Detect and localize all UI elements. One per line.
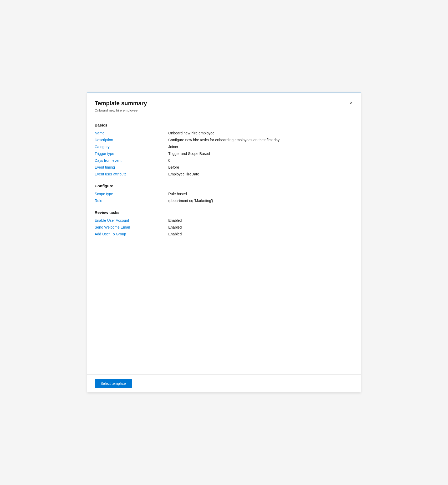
field-row-event-timing: Event timing Before bbox=[95, 165, 353, 169]
field-row-scope-type: Scope type Rule based bbox=[95, 192, 353, 196]
template-summary-panel: Template summary Onboard new hire employ… bbox=[87, 93, 361, 392]
field-label-add-user-to-group: Add User To Group bbox=[95, 232, 168, 236]
field-label-trigger-type: Trigger type bbox=[95, 151, 168, 156]
basics-heading: Basics bbox=[95, 123, 353, 127]
field-label-name: Name bbox=[95, 131, 168, 135]
field-row-trigger-type: Trigger type Trigger and Scope Based bbox=[95, 151, 353, 156]
field-value-scope-type: Rule based bbox=[168, 192, 353, 196]
field-row-days-from-event: Days from event 0 bbox=[95, 158, 353, 163]
field-value-event-user-attribute: EmployeeHireDate bbox=[168, 172, 353, 176]
field-label-description: Description bbox=[95, 138, 168, 142]
field-label-category: Category bbox=[95, 145, 168, 149]
panel-body: Basics Name Onboard new hire employee De… bbox=[87, 117, 361, 374]
field-label-send-welcome-email: Send Welcome Email bbox=[95, 225, 168, 229]
select-template-button[interactable]: Select template bbox=[95, 379, 132, 388]
field-value-days-from-event: 0 bbox=[168, 158, 353, 163]
field-value-category: Joiner bbox=[168, 145, 353, 149]
close-button[interactable]: × bbox=[347, 99, 355, 107]
review-tasks-section: Review tasks Enable User Account Enabled… bbox=[95, 210, 353, 236]
field-value-event-timing: Before bbox=[168, 165, 353, 169]
panel-subtitle: Onboard new hire employee bbox=[95, 108, 353, 112]
field-row-description: Description Configure new hire tasks for… bbox=[95, 138, 353, 142]
field-row-name: Name Onboard new hire employee bbox=[95, 131, 353, 135]
close-icon: × bbox=[350, 100, 353, 106]
field-value-rule: (department eq 'Marketing') bbox=[168, 199, 353, 203]
field-label-enable-user-account: Enable User Account bbox=[95, 218, 168, 223]
field-value-send-welcome-email: Enabled bbox=[168, 225, 353, 229]
field-row-event-user-attribute: Event user attribute EmployeeHireDate bbox=[95, 172, 353, 176]
field-label-scope-type: Scope type bbox=[95, 192, 168, 196]
field-value-description: Configure new hire tasks for onboarding … bbox=[168, 138, 353, 142]
field-row-enable-user-account: Enable User Account Enabled bbox=[95, 218, 353, 223]
field-label-event-timing: Event timing bbox=[95, 165, 168, 169]
field-row-add-user-to-group: Add User To Group Enabled bbox=[95, 232, 353, 236]
field-value-enable-user-account: Enabled bbox=[168, 218, 353, 223]
field-label-days-from-event: Days from event bbox=[95, 158, 168, 163]
field-row-rule: Rule (department eq 'Marketing') bbox=[95, 199, 353, 203]
field-value-name: Onboard new hire employee bbox=[168, 131, 353, 135]
field-label-rule: Rule bbox=[95, 199, 168, 203]
panel-footer: Select template bbox=[87, 374, 361, 392]
field-row-category: Category Joiner bbox=[95, 145, 353, 149]
basics-section: Basics Name Onboard new hire employee De… bbox=[95, 123, 353, 176]
review-tasks-heading: Review tasks bbox=[95, 210, 353, 215]
configure-section: Configure Scope type Rule based Rule (de… bbox=[95, 184, 353, 203]
panel-title: Template summary bbox=[95, 100, 353, 107]
field-value-trigger-type: Trigger and Scope Based bbox=[168, 151, 353, 156]
panel-header: Template summary Onboard new hire employ… bbox=[87, 93, 361, 117]
configure-heading: Configure bbox=[95, 184, 353, 188]
field-row-send-welcome-email: Send Welcome Email Enabled bbox=[95, 225, 353, 229]
field-value-add-user-to-group: Enabled bbox=[168, 232, 353, 236]
field-label-event-user-attribute: Event user attribute bbox=[95, 172, 168, 176]
